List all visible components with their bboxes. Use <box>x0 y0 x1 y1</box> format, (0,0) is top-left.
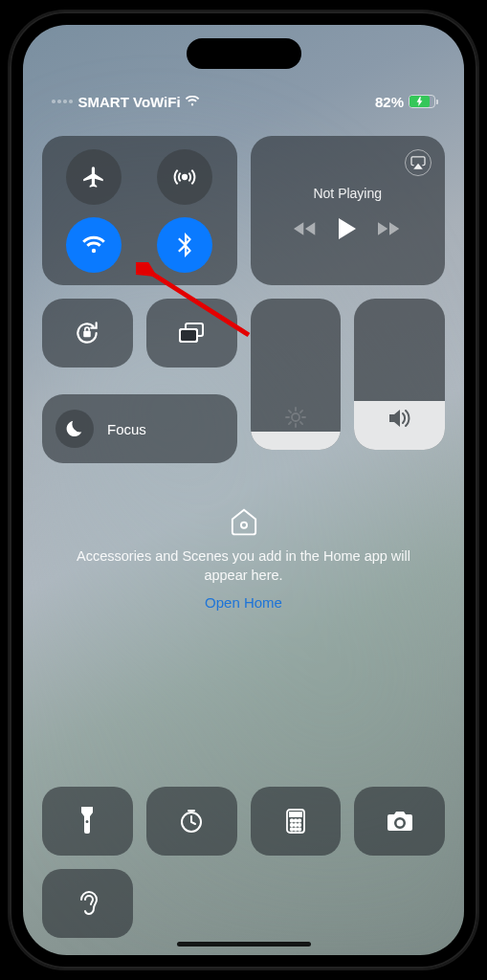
wifi-icon <box>81 235 106 255</box>
brightness-slider[interactable] <box>251 299 342 450</box>
calculator-button[interactable] <box>251 787 342 856</box>
brightness-icon <box>284 406 307 433</box>
rewind-button[interactable] <box>294 221 317 240</box>
svg-point-18 <box>295 828 298 831</box>
airplay-button[interactable] <box>405 149 432 176</box>
battery-percent-label: 82% <box>375 94 404 110</box>
airplay-icon <box>410 156 426 169</box>
screen-mirroring-button[interactable] <box>146 299 237 368</box>
home-icon <box>228 505 260 538</box>
play-button[interactable] <box>338 218 357 243</box>
ear-icon <box>76 889 99 918</box>
wifi-status-icon <box>185 94 200 110</box>
svg-rect-7 <box>81 807 93 810</box>
focus-button[interactable]: Focus <box>42 394 237 463</box>
calculator-icon <box>285 808 306 835</box>
svg-point-14 <box>291 824 294 827</box>
cellular-signal-icon <box>52 100 73 103</box>
battery-icon <box>409 95 435 108</box>
svg-point-5 <box>292 413 299 421</box>
media-panel[interactable]: Not Playing <box>251 136 446 285</box>
timer-icon <box>178 808 205 835</box>
svg-point-11 <box>291 819 294 822</box>
camera-button[interactable] <box>354 787 445 856</box>
rewind-icon <box>294 221 317 236</box>
focus-label: Focus <box>107 421 146 437</box>
flashlight-icon <box>79 807 95 835</box>
screen: SMART VoWiFi 82% <box>23 25 464 955</box>
home-empty-message: Accessories and Scenes you add in the Ho… <box>42 547 445 585</box>
svg-point-12 <box>295 819 298 822</box>
iphone-frame: SMART VoWiFi 82% <box>10 11 477 969</box>
dynamic-island <box>187 38 301 69</box>
airplane-mode-toggle[interactable] <box>66 149 122 205</box>
forward-icon <box>378 221 401 236</box>
svg-point-15 <box>295 824 298 827</box>
hearing-button[interactable] <box>42 869 133 938</box>
media-title-label: Not Playing <box>264 186 432 201</box>
svg-point-0 <box>183 174 187 178</box>
home-empty-state: Accessories and Scenes you add in the Ho… <box>42 505 445 611</box>
forward-button[interactable] <box>378 221 401 240</box>
control-center: Not Playing <box>23 121 464 955</box>
svg-point-6 <box>240 523 246 528</box>
camera-icon <box>386 810 414 833</box>
bluetooth-toggle[interactable] <box>157 217 212 273</box>
cellular-data-toggle[interactable] <box>157 149 212 205</box>
volume-icon <box>387 408 412 433</box>
status-bar: SMART VoWiFi 82% <box>23 92 464 111</box>
svg-point-17 <box>291 828 294 831</box>
svg-point-16 <box>299 824 301 827</box>
svg-point-19 <box>299 828 301 831</box>
carrier-label: SMART VoWiFi <box>78 94 181 110</box>
bluetooth-icon <box>177 233 192 257</box>
svg-rect-1 <box>84 331 92 337</box>
orientation-lock-toggle[interactable] <box>42 299 133 368</box>
airplane-icon <box>81 165 106 189</box>
svg-rect-10 <box>290 813 301 816</box>
wifi-toggle[interactable] <box>66 217 122 273</box>
flashlight-button[interactable] <box>42 787 133 856</box>
connectivity-panel[interactable] <box>42 136 237 285</box>
screen-mirror-icon <box>177 322 206 345</box>
antenna-icon <box>172 165 197 189</box>
rotation-lock-icon <box>73 319 101 347</box>
timer-button[interactable] <box>146 787 237 856</box>
svg-rect-3 <box>180 329 197 342</box>
svg-point-13 <box>299 819 301 822</box>
volume-slider[interactable] <box>354 299 445 450</box>
open-home-link[interactable]: Open Home <box>205 594 282 611</box>
moon-icon <box>65 419 84 438</box>
home-indicator[interactable] <box>177 942 311 947</box>
play-icon <box>338 218 357 239</box>
